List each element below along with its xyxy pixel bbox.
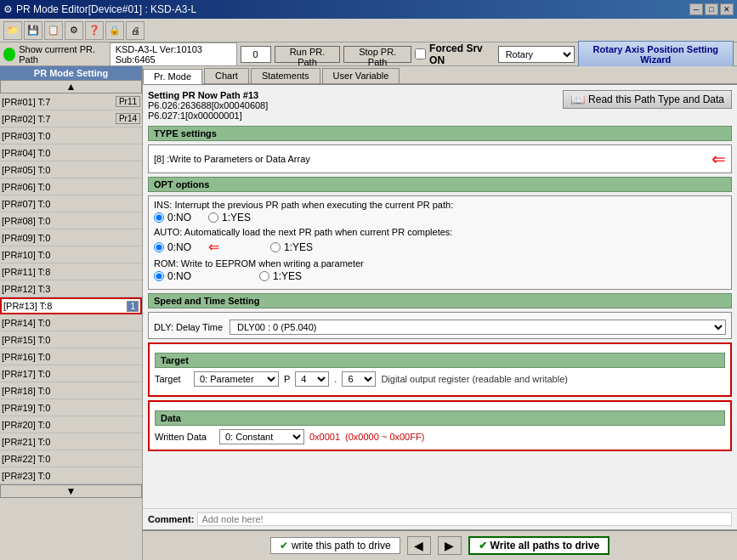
sidebar-item-pr13[interactable]: [PR#13] T:81 (0, 297, 142, 314)
sidebar-item-pr19[interactable]: [PR#19] T:0 (0, 399, 142, 416)
sidebar-item-pr23[interactable]: [PR#23] T:0 (0, 467, 142, 484)
new-button[interactable]: 📁 (3, 21, 22, 40)
sidebar-item-id: [PR#11] T:8 (2, 267, 140, 277)
help-button[interactable]: ❓ (85, 21, 104, 40)
ins-no-input[interactable] (154, 212, 164, 223)
path-info-row: Setting PR Now Path #13 P6.026:263688[0x… (148, 90, 732, 121)
stop-pr-button[interactable]: Stop PR. Path (343, 46, 411, 63)
app-icon: ⚙ (3, 3, 13, 15)
main-container: PR Mode Setting ▲ [PR#01] T:7Pr11[PR#02]… (0, 66, 737, 560)
rom-no-input[interactable] (154, 271, 164, 281)
tabs-bar: Pr. Mode Chart Statements User Variable (143, 66, 737, 85)
path-line2: P6.026:263688[0x00040608] (148, 100, 268, 110)
data-type-select[interactable]: 0: Constant (219, 429, 304, 444)
sidebar-item-pr16[interactable]: [PR#16] T:0 (0, 348, 142, 365)
forced-srv-checkbox[interactable] (415, 48, 426, 59)
sidebar-item-pr03[interactable]: [PR#03] T:0 (0, 127, 142, 144)
sidebar-item-id: [PR#07] T:0 (2, 199, 140, 209)
nav-right-arrow[interactable]: ▶ (438, 536, 462, 555)
opt-header: OPT options (148, 177, 732, 192)
auto-yes-input[interactable] (270, 242, 281, 252)
sidebar-item-badge: Pr14 (116, 113, 140, 124)
write-path-button[interactable]: ✔ write this path to drive (270, 537, 400, 554)
speed-header: Speed and Time Setting (148, 293, 732, 308)
scroll-up-arrow[interactable]: ▲ (0, 80, 142, 93)
sidebar-item-id: [PR#16] T:0 (2, 352, 140, 362)
p-val2-select[interactable]: 6 (342, 371, 376, 387)
tab-chart[interactable]: Chart (204, 68, 249, 83)
sidebar-item-pr01[interactable]: [PR#01] T:7Pr11 (0, 93, 142, 110)
speed-section: DLY: Delay Time DLY00 : 0 (P5.040) (148, 312, 732, 339)
sidebar-item-pr12[interactable]: [PR#12] T:3 (0, 280, 142, 297)
dly-select[interactable]: DLY00 : 0 (P5.040) (230, 320, 726, 335)
copy-button[interactable]: 📋 (44, 21, 63, 40)
minimize-button[interactable]: ─ (689, 3, 703, 15)
type-settings-box: [8] :Write to Parameters or Data Array ⇐ (148, 144, 732, 173)
sidebar-item-pr18[interactable]: [PR#18] T:0 (0, 382, 142, 399)
auto-no-radio[interactable]: 0:NO (154, 241, 191, 253)
auto-row: AUTO: Automatically load the next PR pat… (154, 227, 726, 255)
pr-num-input[interactable] (241, 46, 271, 63)
sidebar-item-pr04[interactable]: [PR#04] T:0 (0, 144, 142, 161)
type-settings-header: TYPE settings (148, 126, 732, 141)
rom-radios: 0:NO 1:YES (154, 270, 726, 282)
ins-yes-radio[interactable]: 1:YES (208, 212, 251, 223)
ins-yes-input[interactable] (208, 212, 218, 223)
sidebar-item-pr17[interactable]: [PR#17] T:0 (0, 365, 142, 382)
sidebar-item-pr10[interactable]: [PR#10] T:0 (0, 246, 142, 263)
sidebar-item-id: [PR#08] T:0 (2, 216, 140, 226)
rom-no-radio[interactable]: 0:NO (154, 270, 191, 282)
sidebar-item-pr11[interactable]: [PR#11] T:8 (0, 263, 142, 280)
sidebar-item-pr22[interactable]: [PR#22] T:0 (0, 450, 142, 467)
version-label: KSD-A3-L Ver:10103 Sub:6465 (110, 42, 237, 66)
ins-row: INS: Interrupt the previous PR path when… (154, 200, 726, 223)
title-bar: ⚙ PR Mode Editor[Device#01] : KSD-A3-L ─… (0, 0, 737, 19)
scroll-down-arrow[interactable]: ▼ (0, 484, 142, 498)
sidebar-item-pr15[interactable]: [PR#15] T:0 (0, 331, 142, 348)
digital-output-text: Digital output register (readable and wr… (381, 374, 568, 384)
comment-row: Comment: (143, 508, 737, 529)
tab-statements[interactable]: Statements (251, 68, 320, 83)
rom-yes-radio[interactable]: 1:YES (259, 270, 302, 282)
settings-button[interactable]: ⚙ (65, 21, 83, 40)
p-label: P (284, 374, 290, 384)
read-icon: 📖 (570, 93, 585, 106)
close-button[interactable]: ✕ (720, 3, 734, 15)
sidebar-item-pr20[interactable]: [PR#20] T:0 (0, 416, 142, 433)
sidebar-item-pr08[interactable]: [PR#08] T:0 (0, 212, 142, 229)
sidebar-item-pr07[interactable]: [PR#07] T:0 (0, 195, 142, 212)
ins-no-radio[interactable]: 0:NO (154, 212, 191, 223)
sidebar-item-pr21[interactable]: [PR#21] T:0 (0, 433, 142, 450)
wizard-button[interactable]: Rotary Axis Position Setting Wizard (578, 41, 734, 68)
sidebar-item-pr09[interactable]: [PR#09] T:0 (0, 229, 142, 246)
auto-no-input[interactable] (154, 242, 164, 252)
tab-pr-mode[interactable]: Pr. Mode (143, 69, 202, 84)
sidebar-item-id: [PR#14] T:0 (2, 318, 140, 328)
sidebar-item-pr05[interactable]: [PR#05] T:0 (0, 161, 142, 178)
sidebar-item-id: [PR#12] T:3 (2, 284, 140, 294)
sidebar-item-id: [PR#10] T:0 (2, 250, 140, 260)
status-indicator (3, 48, 15, 61)
rotary-dropdown[interactable]: Rotary (498, 46, 575, 63)
run-pr-button[interactable]: Run PR. Path (275, 46, 341, 63)
print-button[interactable]: 🖨 (126, 21, 145, 40)
ins-radios: 0:NO 1:YES (154, 212, 726, 223)
rom-label: ROM: Write to EEPROM when writing a para… (154, 258, 726, 269)
nav-left-arrow[interactable]: ◀ (407, 536, 431, 555)
write-all-button[interactable]: ✔ Write all paths to drive (468, 536, 609, 555)
sidebar-item-id: [PR#05] T:0 (2, 165, 140, 175)
read-path-button[interactable]: 📖 Read this Path Type and Data (563, 90, 732, 109)
maximize-button[interactable]: □ (705, 3, 718, 15)
second-bar: Show currrent PR. Path KSD-A3-L Ver:1010… (0, 42, 737, 66)
target-select[interactable]: 0: Parameter (194, 371, 279, 387)
p-val1-select[interactable]: 4 (295, 371, 329, 387)
rom-yes-input[interactable] (259, 271, 269, 281)
tab-user-variable[interactable]: User Variable (322, 68, 400, 83)
save-button[interactable]: 💾 (24, 21, 43, 40)
comment-input[interactable] (197, 512, 732, 526)
lock-button[interactable]: 🔒 (105, 21, 124, 40)
sidebar-item-pr02[interactable]: [PR#02] T:7Pr14 (0, 110, 142, 127)
sidebar-item-pr06[interactable]: [PR#06] T:0 (0, 178, 142, 195)
auto-yes-radio[interactable]: 1:YES (270, 241, 313, 253)
sidebar-item-pr14[interactable]: [PR#14] T:0 (0, 314, 142, 331)
